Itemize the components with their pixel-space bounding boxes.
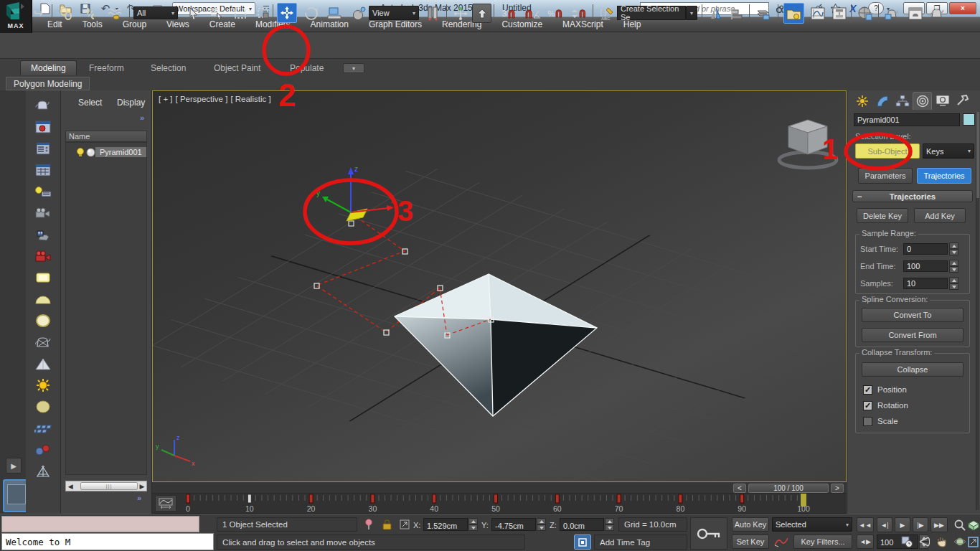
- select-and-place-button[interactable]: [349, 4, 368, 23]
- scene-explorer-toggle-button[interactable]: [783, 3, 804, 24]
- convert-to-button[interactable]: Convert To: [862, 308, 963, 322]
- absolute-mode-toggle[interactable]: [574, 534, 591, 550]
- explorer-select-menu[interactable]: Select: [78, 98, 102, 108]
- render-production-button[interactable]: [927, 4, 946, 23]
- select-and-link-button[interactable]: [56, 4, 75, 23]
- explorer-expand-button[interactable]: ▶: [6, 458, 22, 474]
- key-mode-toggle-button[interactable]: ◄▶: [857, 534, 874, 549]
- track-bar-ruler[interactable]: 0102030405060708090100: [152, 494, 847, 514]
- time-slider-track[interactable]: < 100 / 100 >: [152, 483, 847, 494]
- key-mode-dropdown[interactable]: Selected▾: [772, 517, 852, 532]
- sub-object-button[interactable]: Sub-Object: [855, 143, 920, 159]
- explorer-bottom-chevron[interactable]: »: [137, 494, 141, 502]
- bind-to-space-warp-button[interactable]: [105, 4, 124, 23]
- light-disc-button[interactable]: [32, 311, 54, 330]
- maximize-viewport-icon[interactable]: [965, 534, 980, 550]
- angle-snap-toggle-button[interactable]: [522, 4, 544, 23]
- z-coord-field[interactable]: [560, 518, 604, 531]
- select-by-name-button[interactable]: [207, 4, 226, 23]
- ribbon-tab-object-paint[interactable]: Object Paint: [204, 60, 270, 75]
- selection-filter-dropdown[interactable]: All▾: [133, 6, 178, 19]
- window-crossing-toggle-button[interactable]: [254, 4, 273, 23]
- pan-hand-icon[interactable]: [933, 534, 950, 550]
- align-button[interactable]: [727, 4, 747, 23]
- ribbon-tab-freeform[interactable]: Freeform: [79, 60, 134, 75]
- previous-frame-button[interactable]: ◄|: [877, 517, 892, 532]
- select-and-move-button[interactable]: [277, 3, 297, 23]
- trajectories-rollout-header[interactable]: − Trajectories: [852, 190, 973, 202]
- panel-scrollbar[interactable]: [976, 112, 979, 510]
- scroll-left-icon[interactable]: ◀: [66, 483, 75, 490]
- samples-field[interactable]: 10: [903, 278, 948, 289]
- display-lights-button[interactable]: [32, 139, 54, 158]
- spinner-snap-toggle-button[interactable]: [568, 4, 590, 23]
- schematic-view-button[interactable]: [829, 4, 849, 23]
- display-cameras-button[interactable]: [32, 161, 54, 179]
- maxscript-listener[interactable]: Welcome to M: [1, 533, 214, 550]
- maxscript-listener-macro[interactable]: [1, 516, 199, 532]
- viewcube[interactable]: [779, 120, 837, 168]
- tab-display[interactable]: [933, 92, 952, 110]
- wireframe-teapot-button[interactable]: [32, 333, 54, 352]
- sphere-light-button[interactable]: [32, 397, 54, 416]
- object-name-field[interactable]: Pyramid001: [854, 113, 960, 126]
- x-coord-field[interactable]: [423, 518, 468, 531]
- close-button[interactable]: ×: [949, 2, 976, 14]
- tab-motion[interactable]: [913, 92, 932, 110]
- ribbon-panel-polygon-modeling[interactable]: Polygon Modeling: [6, 77, 90, 90]
- layer-manager-button[interactable]: [753, 4, 773, 23]
- add-key-button[interactable]: Add Key: [914, 208, 966, 223]
- samples-spinner[interactable]: [949, 277, 958, 290]
- viewport-general-menu[interactable]: [ + ]: [159, 95, 173, 103]
- rendered-frame-window-button[interactable]: [905, 4, 925, 23]
- scale-checkbox-label[interactable]: Scale: [877, 417, 898, 425]
- track-bar[interactable]: 0102030405060708090100: [152, 494, 847, 514]
- filter-helpers-button[interactable]: [32, 225, 54, 244]
- goto-end-button[interactable]: ▶▶: [930, 517, 948, 532]
- move-gizmo[interactable]: z y x: [316, 165, 395, 221]
- explorer-hscrollbar[interactable]: ◀ ||| ▶: [65, 481, 147, 491]
- cone-button[interactable]: [32, 354, 54, 373]
- render-setup-button[interactable]: [882, 4, 902, 23]
- display-geometry-button[interactable]: [32, 96, 54, 115]
- collapse-button[interactable]: Collapse: [862, 362, 963, 377]
- time-slider-handle[interactable]: 100 / 100: [748, 484, 829, 493]
- select-and-manipulate-button[interactable]: [451, 4, 470, 23]
- explorer-display-menu[interactable]: Display: [117, 98, 145, 108]
- explorer-more-chevron[interactable]: »: [140, 113, 144, 122]
- max-app-button[interactable]: MAX: [0, 0, 32, 33]
- light-on-icon[interactable]: [76, 148, 85, 157]
- transform-type-in-icon[interactable]: [396, 517, 413, 532]
- perspective-viewport[interactable]: z y x z x y [ + ] [ Pers: [152, 90, 847, 482]
- field-of-view-icon[interactable]: [916, 534, 933, 550]
- position-checkbox[interactable]: ✓: [863, 385, 872, 395]
- scroll-right-icon[interactable]: ▶: [138, 483, 146, 490]
- use-pivot-center-button[interactable]: [423, 4, 443, 23]
- zoom-extents-icon[interactable]: [965, 517, 980, 533]
- explorer-name-header[interactable]: Name: [65, 131, 147, 142]
- rollout-collapse-icon[interactable]: −: [857, 192, 862, 201]
- curve-editor-button[interactable]: [808, 4, 827, 23]
- time-slider-next-button[interactable]: >: [831, 484, 844, 493]
- snaps-toggle-button[interactable]: 3: [498, 4, 521, 23]
- default-tangent-icon[interactable]: [772, 534, 791, 550]
- position-checkbox-label[interactable]: Position: [877, 385, 907, 394]
- time-configuration-icon[interactable]: [898, 534, 915, 550]
- z-coord-spinner[interactable]: [605, 518, 614, 531]
- sun-light-button[interactable]: [32, 376, 54, 395]
- systems-button[interactable]: [32, 462, 54, 481]
- play-button[interactable]: ▶: [895, 517, 910, 532]
- ribbon-tab-populate[interactable]: Populate: [280, 60, 334, 75]
- start-time-spinner[interactable]: [949, 242, 958, 255]
- goto-start-button[interactable]: ◄◄: [857, 517, 874, 532]
- parameters-button[interactable]: Parameters: [858, 168, 913, 184]
- set-keys-button[interactable]: [690, 517, 727, 550]
- key-filters-button[interactable]: Key Filters...: [793, 534, 852, 549]
- time-slider-prev-button[interactable]: <: [733, 484, 746, 493]
- trajectories-button[interactable]: Trajectories: [917, 168, 971, 184]
- end-time-field[interactable]: 100: [903, 260, 948, 272]
- keyboard-shortcut-override-button[interactable]: [472, 4, 491, 23]
- selection-lock-icon[interactable]: [379, 517, 395, 532]
- viewport-pov-menu[interactable]: [ Perspective ]: [176, 95, 228, 103]
- light-rectangle-button[interactable]: [32, 268, 54, 287]
